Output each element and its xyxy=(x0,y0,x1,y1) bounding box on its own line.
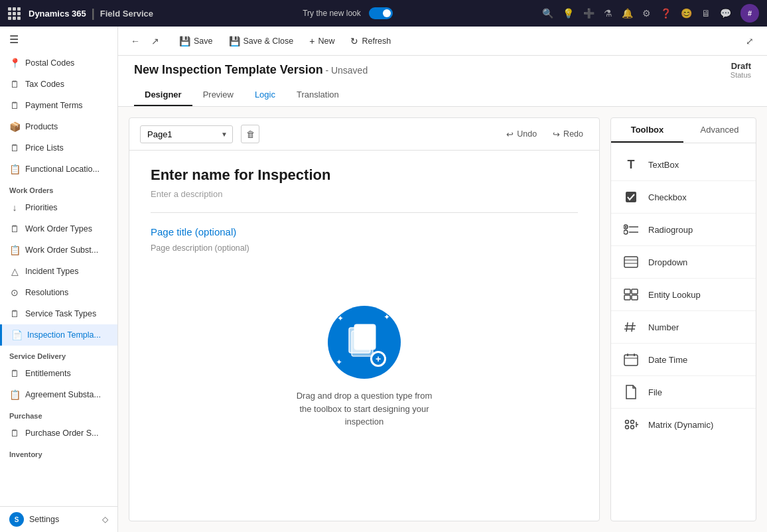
textbox-icon: T xyxy=(622,155,640,174)
toolbox-item-radiogroup[interactable]: Radiogroup xyxy=(611,214,756,246)
functional-locations-label: Functional Locatio... xyxy=(25,165,100,174)
page-title-input[interactable] xyxy=(151,226,578,237)
sidebar-item-incident-types[interactable]: △ Incident Types xyxy=(0,261,117,282)
svg-rect-2 xyxy=(354,324,376,350)
toolbox-item-entity-lookup[interactable]: Entity Lookup xyxy=(611,279,756,311)
save-close-button[interactable]: 💾 Save & Close xyxy=(222,33,301,50)
page-select[interactable]: Page1 xyxy=(140,125,233,143)
sidebar-menu-icon[interactable]: ☰ xyxy=(0,27,117,52)
work-orders-section: Work Orders xyxy=(0,180,117,197)
sidebar-item-inspection-templates[interactable]: 📄 Inspection Templa... xyxy=(0,324,117,346)
forward-button[interactable]: ↗ xyxy=(146,32,165,50)
sidebar-settings[interactable]: S Settings xyxy=(9,512,59,527)
help-icon[interactable]: ❓ xyxy=(660,8,671,19)
page-tabs: Designer Preview Logic Translation xyxy=(134,84,751,106)
page-select-wrapper: Page1 ▼ xyxy=(140,125,233,143)
inspection-title-input[interactable] xyxy=(151,166,578,184)
svg-rect-12 xyxy=(624,289,630,294)
sidebar-item-work-order-types[interactable]: 🗒 Work Order Types xyxy=(0,218,117,239)
topbar-app-name[interactable]: Field Service xyxy=(100,9,153,19)
page-title-container: New Inspection Template Version - Unsave… xyxy=(134,63,368,77)
tax-codes-label: Tax Codes xyxy=(25,80,64,89)
work-order-types-icon: 🗒 xyxy=(9,224,20,234)
sidebar-item-resolutions[interactable]: ⊙ Resolutions xyxy=(0,282,117,303)
toolbox-item-file[interactable]: File xyxy=(611,376,756,409)
delete-page-button[interactable]: 🗑 xyxy=(241,125,259,143)
sidebar-item-products[interactable]: 📦 Products xyxy=(0,116,117,137)
lightbulb-icon[interactable]: 💡 xyxy=(563,8,574,19)
sidebar-item-agreement-subst[interactable]: 📋 Agreement Substa... xyxy=(0,384,117,405)
user-avatar[interactable]: # xyxy=(740,4,759,23)
incident-types-icon: △ xyxy=(9,266,20,277)
incident-types-label: Incident Types xyxy=(25,267,78,276)
undo-redo-group: ↩ Undo ↪ Redo xyxy=(501,127,589,142)
sparkle-bottom-left: ✦ xyxy=(336,358,342,367)
file-icon xyxy=(622,383,640,401)
svg-point-25 xyxy=(631,421,634,424)
topbar-divider: | xyxy=(92,7,95,21)
refresh-icon: ↻ xyxy=(350,36,358,46)
bell-icon[interactable]: 🔔 xyxy=(622,8,633,19)
status-label: Status xyxy=(731,71,751,79)
tab-translation[interactable]: Translation xyxy=(286,84,350,106)
chat-icon[interactable]: 💬 xyxy=(720,8,731,19)
sidebar-item-functional-locations[interactable]: 📋 Functional Locatio... xyxy=(0,159,117,180)
save-close-icon: 💾 xyxy=(229,36,240,46)
expand-icon[interactable]: ⤢ xyxy=(740,32,759,50)
redo-button[interactable]: ↪ Redo xyxy=(547,127,589,142)
sidebar-item-payment-terms[interactable]: 🗒 Payment Terms xyxy=(0,95,117,116)
settings-icon[interactable]: ⚙ xyxy=(642,8,651,19)
refresh-button[interactable]: ↻ Refresh xyxy=(344,33,397,50)
tab-preview[interactable]: Preview xyxy=(192,84,244,106)
sidebar-footer: S Settings ◇ xyxy=(0,506,117,532)
toolbox-tab-advanced[interactable]: Advanced xyxy=(683,118,756,143)
toolbox-tab-toolbox[interactable]: Toolbox xyxy=(611,118,683,143)
sidebar-item-work-order-subst[interactable]: 📋 Work Order Subst... xyxy=(0,239,117,261)
topbar: Dynamics 365 | Field Service Try the new… xyxy=(0,0,767,27)
sidebar-item-purchase-order-s[interactable]: 🗒 Purchase Order S... xyxy=(0,423,117,444)
tab-designer[interactable]: Designer xyxy=(134,84,192,106)
save-button[interactable]: 💾 Save xyxy=(173,33,220,50)
toolbox-item-matrix[interactable]: Matrix (Dynamic) xyxy=(611,409,756,440)
inventory-section: Inventory xyxy=(0,444,117,461)
toolbox-item-number[interactable]: Number xyxy=(611,311,756,344)
sidebar-item-entitlements[interactable]: 🗒 Entitlements xyxy=(0,363,117,384)
resolutions-label: Resolutions xyxy=(25,288,68,297)
settings-expand-icon[interactable]: ◇ xyxy=(102,515,108,524)
filter-icon[interactable]: ⚗ xyxy=(604,8,612,19)
undo-button[interactable]: ↩ Undo xyxy=(501,127,542,142)
svg-rect-13 xyxy=(632,289,638,294)
new-button[interactable]: + New xyxy=(303,33,341,50)
search-icon[interactable]: 🔍 xyxy=(542,8,553,19)
sidebar-item-postal-codes[interactable]: 📍 Postal Codes xyxy=(0,52,117,74)
page-title-badge: - Unsaved xyxy=(325,65,368,76)
remote-icon[interactable]: 🖥 xyxy=(701,8,711,19)
feedback-icon[interactable]: 😊 xyxy=(681,8,692,19)
sidebar-item-priorities[interactable]: ↓ Priorities xyxy=(0,197,117,218)
inspection-desc-input[interactable] xyxy=(151,189,578,199)
toolbox-item-textbox[interactable]: T TextBox xyxy=(611,149,756,181)
back-button[interactable]: ← xyxy=(126,32,145,50)
work-order-subst-label: Work Order Subst... xyxy=(25,245,98,255)
plus-icon[interactable]: ➕ xyxy=(583,8,594,19)
waffle-icon[interactable] xyxy=(8,7,21,20)
new-label: New xyxy=(318,36,334,46)
main-container: ☰ 📍 Postal Codes 🗒 Tax Codes 🗒 Payment T… xyxy=(0,27,767,532)
entity-lookup-icon xyxy=(622,285,640,304)
page-desc-input[interactable] xyxy=(151,243,578,253)
toolbox-item-datetime[interactable]: Date Time xyxy=(611,344,756,376)
save-close-label: Save & Close xyxy=(244,36,294,46)
new-look-toggle[interactable] xyxy=(369,7,393,19)
toolbox-item-checkbox[interactable]: Checkbox xyxy=(611,181,756,214)
tab-logic[interactable]: Logic xyxy=(244,84,286,106)
priorities-label: Priorities xyxy=(25,203,58,212)
topbar-icons: 🔍 💡 ➕ ⚗ 🔔 ⚙ ❓ 😊 🖥 💬 # xyxy=(542,4,759,23)
textbox-label: TextBox xyxy=(648,160,679,170)
sidebar-item-tax-codes[interactable]: 🗒 Tax Codes xyxy=(0,74,117,95)
sidebar-item-price-lists[interactable]: 🗒 Price Lists xyxy=(0,137,117,159)
svg-point-27 xyxy=(631,426,634,429)
drop-icon-circle: ✦ ✦ ✦ + xyxy=(328,306,401,379)
sidebar-item-service-task-types[interactable]: 🗒 Service Task Types xyxy=(0,303,117,324)
toolbox-item-dropdown[interactable]: Dropdown xyxy=(611,246,756,279)
brand-label[interactable]: Dynamics 365 xyxy=(29,9,86,19)
